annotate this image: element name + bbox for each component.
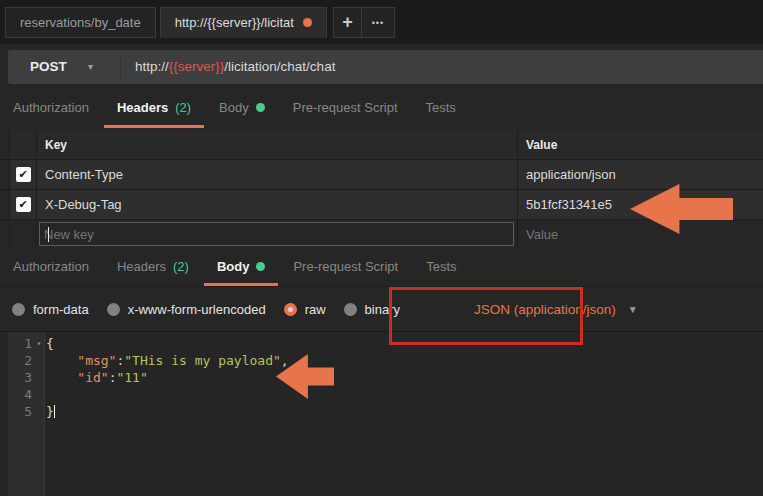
value-cell[interactable]: application/json bbox=[518, 160, 763, 189]
radio-icon[interactable] bbox=[284, 303, 297, 316]
chevron-down-icon: ▼ bbox=[628, 304, 638, 315]
key-column-header: Key bbox=[37, 130, 518, 159]
checkbox-column-header bbox=[10, 130, 37, 159]
new-header-row: Value bbox=[0, 220, 763, 248]
body-mode-row: form-datax-www-form-urlencodedrawbinary … bbox=[0, 288, 763, 331]
code-token: "id" bbox=[77, 370, 108, 385]
checkbox-cell-empty bbox=[10, 220, 37, 248]
code-text: { bbox=[46, 335, 54, 352]
radio-icon[interactable] bbox=[107, 303, 120, 316]
code-line[interactable]: 2 "msg":"THis is my payload", bbox=[0, 352, 763, 369]
text-cursor bbox=[54, 405, 55, 418]
request-row: POST ▾ http://{{server}}/licitation/chat… bbox=[0, 44, 763, 90]
tab-count-badge: (2) bbox=[175, 100, 191, 115]
tab-label: Body bbox=[219, 100, 249, 115]
window-tab-label: reservations/by_date bbox=[20, 8, 141, 37]
value-column-header: Value bbox=[518, 130, 763, 159]
code-token: "msg" bbox=[77, 353, 116, 368]
tab-tests[interactable]: Tests bbox=[413, 250, 469, 286]
mode-label: x-www-form-urlencoded bbox=[128, 302, 266, 317]
code-text: } bbox=[46, 403, 55, 420]
tab-headers[interactable]: Headers(2) bbox=[104, 250, 202, 286]
url-prefix: http:// bbox=[135, 59, 169, 74]
row-handle-column bbox=[0, 190, 10, 219]
tab-label: Authorization bbox=[13, 259, 89, 274]
line-number: 5 bbox=[0, 403, 32, 420]
window-tabs: reservations/by_datehttp://{{server}}/li… bbox=[5, 7, 395, 38]
tab-count-badge: (2) bbox=[173, 259, 189, 274]
window-tab-reservations-by-date[interactable]: reservations/by_date bbox=[5, 7, 156, 38]
body-panel-tabs: AuthorizationHeaders(2)BodyPre-request S… bbox=[0, 250, 763, 287]
radio-icon[interactable] bbox=[344, 303, 357, 316]
row-handle-column bbox=[0, 160, 10, 189]
window-tab-http-server-licitat[interactable]: http://{{server}}/licitat bbox=[160, 7, 327, 38]
mode-label: raw bbox=[305, 302, 326, 317]
fold-spacer bbox=[32, 352, 46, 369]
tab-actions: + ••• bbox=[333, 7, 395, 38]
tab-authorization[interactable]: Authorization bbox=[0, 90, 102, 128]
text-cursor bbox=[48, 227, 49, 242]
tab-body[interactable]: Body bbox=[206, 90, 278, 128]
checkbox-cell: ✔ bbox=[10, 190, 37, 219]
checkbox-cell: ✔ bbox=[10, 160, 37, 189]
key-cell[interactable]: Content-Type bbox=[37, 160, 518, 189]
fold-spacer bbox=[32, 386, 46, 403]
tab-label: Authorization bbox=[13, 100, 89, 115]
headers-table: Key Value ✔Content-Typeapplication/json✔… bbox=[0, 130, 763, 248]
tab-label: Pre-request Script bbox=[293, 100, 398, 115]
code-token bbox=[46, 353, 77, 368]
window-tab-bar: reservations/by_datehttp://{{server}}/li… bbox=[0, 0, 763, 44]
code-line[interactable]: 4 bbox=[0, 386, 763, 403]
unsaved-dot-icon bbox=[303, 18, 312, 27]
url-input[interactable]: http://{{server}}/licitation/chat/chat bbox=[135, 50, 335, 84]
chevron-down-icon[interactable]: ▾ bbox=[88, 50, 93, 84]
key-cell[interactable]: X-Debug-Tag bbox=[37, 190, 518, 219]
check-icon: ✔ bbox=[18, 199, 27, 210]
code-line[interactable]: 3 "id":"11" bbox=[0, 369, 763, 386]
fold-spacer bbox=[32, 403, 46, 420]
row-checkbox[interactable]: ✔ bbox=[16, 197, 31, 212]
mode-option-form-data[interactable]: form-data bbox=[12, 302, 89, 317]
tab-label: Pre-request Script bbox=[293, 259, 398, 274]
line-number: 2 bbox=[0, 352, 32, 369]
radio-icon[interactable] bbox=[12, 303, 25, 316]
mode-option-raw[interactable]: raw bbox=[284, 302, 326, 317]
tab-label: Tests bbox=[426, 100, 456, 115]
raw-body-editor[interactable]: 1▾{2 "msg":"THis is my payload",3 "id":"… bbox=[0, 331, 763, 496]
check-icon: ✔ bbox=[18, 169, 27, 180]
row-handle-column bbox=[0, 220, 10, 248]
row-handle-column bbox=[0, 130, 10, 159]
code-text: "id":"11" bbox=[46, 369, 148, 386]
code-line[interactable]: 1▾{ bbox=[0, 335, 763, 352]
tab-label: Headers bbox=[117, 100, 168, 115]
code-token: } bbox=[46, 404, 54, 419]
more-tabs-button[interactable]: ••• bbox=[361, 8, 394, 37]
line-number: 3 bbox=[0, 369, 32, 386]
method-divider bbox=[120, 55, 121, 79]
tab-authorization[interactable]: Authorization bbox=[0, 250, 102, 286]
tab-label: Headers bbox=[117, 259, 166, 274]
new-value-input[interactable]: Value bbox=[518, 220, 763, 248]
tab-tests[interactable]: Tests bbox=[413, 90, 469, 128]
method-selector[interactable]: POST bbox=[30, 50, 67, 84]
code-line[interactable]: 5} bbox=[0, 403, 763, 420]
code-token: "THis is my payload" bbox=[124, 353, 281, 368]
new-tab-button[interactable]: + bbox=[334, 8, 361, 37]
tab-pre-request-script[interactable]: Pre-request Script bbox=[280, 90, 411, 128]
fold-chevron-icon: ▾ bbox=[32, 335, 46, 352]
tab-filled-dot-icon bbox=[256, 103, 265, 112]
fold-spacer bbox=[32, 369, 46, 386]
request-url-bar: POST ▾ http://{{server}}/licitation/chat… bbox=[8, 50, 763, 84]
code-token: { bbox=[46, 336, 54, 351]
url-variable: {{server}} bbox=[169, 59, 225, 74]
tab-label: Tests bbox=[426, 259, 456, 274]
mode-option-x-www-form-urlencoded[interactable]: x-www-form-urlencoded bbox=[107, 302, 266, 317]
code-token bbox=[46, 370, 77, 385]
tab-headers[interactable]: Headers(2) bbox=[104, 90, 204, 128]
tab-pre-request-script[interactable]: Pre-request Script bbox=[280, 250, 411, 286]
tab-body[interactable]: Body bbox=[204, 250, 279, 286]
line-number: 1 bbox=[0, 335, 32, 352]
new-key-input[interactable] bbox=[39, 222, 514, 246]
tab-label: Body bbox=[217, 259, 250, 274]
row-checkbox[interactable]: ✔ bbox=[16, 167, 31, 182]
